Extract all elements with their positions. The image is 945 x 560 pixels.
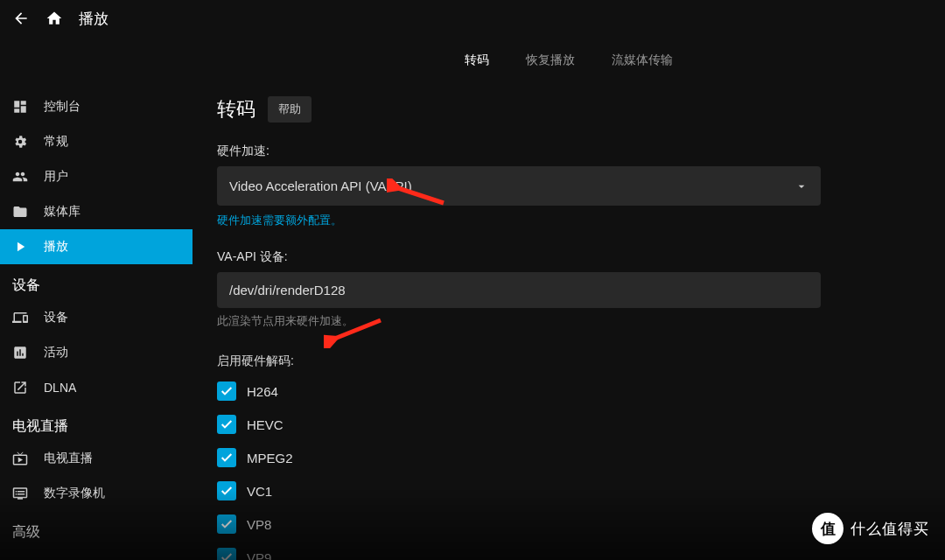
sidebar-item-dashboard[interactable]: 控制台 — [0, 89, 192, 124]
sidebar-item-general[interactable]: 常规 — [0, 124, 192, 159]
sidebar-item-dlna[interactable]: DLNA — [0, 370, 192, 405]
sidebar-item-label: 常规 — [44, 134, 68, 150]
sidebar-item-label: 设备 — [44, 310, 68, 326]
codec-label: H264 — [247, 384, 278, 399]
chart-icon — [12, 345, 28, 360]
codec-label: VP9 — [247, 550, 271, 561]
watermark-icon: 值 — [812, 513, 844, 544]
vaapi-input[interactable] — [217, 272, 821, 308]
codec-checkbox-h264[interactable]: H264 — [217, 382, 920, 401]
sidebar-group-advanced: 高级 — [0, 511, 192, 547]
watermark-text: 什么值得买 — [850, 519, 929, 539]
codec-label: VP8 — [247, 517, 271, 532]
dlna-icon — [12, 380, 28, 396]
watermark-badge: 值 什么值得买 — [812, 513, 929, 544]
sidebar-item-label: 数字录像机 — [44, 486, 105, 501]
codec-checkbox-hevc[interactable]: HEVC — [217, 415, 920, 434]
sidebar-item-label: DLNA — [44, 381, 76, 395]
sidebar: 控制台 常规 用户 媒体库 播放 设备 设备 活动 DLNA 电视直播 电视直播… — [0, 84, 192, 560]
sidebar-item-playback[interactable]: 播放 — [0, 229, 192, 264]
sidebar-item-label: 控制台 — [44, 99, 80, 115]
play-icon — [12, 239, 28, 255]
sidebar-item-label: 播放 — [44, 239, 68, 255]
section-title: 转码 — [217, 96, 256, 122]
tv-icon — [12, 451, 28, 466]
checkbox-icon — [217, 382, 236, 401]
sidebar-item-activity[interactable]: 活动 — [0, 335, 192, 370]
codec-label: HEVC — [247, 417, 284, 432]
sidebar-item-users[interactable]: 用户 — [0, 159, 192, 194]
hwaccel-select[interactable]: Video Acceleration API (VAAPI) — [217, 166, 821, 206]
hwaccel-value: Video Acceleration API (VAAPI) — [229, 178, 412, 193]
sidebar-group-livetv: 电视直播 — [0, 405, 192, 441]
checkbox-icon — [217, 448, 236, 467]
page-title: 播放 — [79, 9, 108, 29]
sidebar-item-devices[interactable]: 设备 — [0, 300, 192, 335]
hwaccel-label: 硬件加速: — [217, 144, 920, 159]
sidebar-item-dvr[interactable]: 数字录像机 — [0, 476, 192, 511]
checkbox-icon — [217, 481, 236, 500]
sidebar-item-label: 用户 — [44, 169, 68, 185]
codec-label: VC1 — [247, 484, 272, 499]
users-icon — [12, 169, 28, 185]
codec-checkbox-mpeg2[interactable]: MPEG2 — [217, 448, 920, 467]
decode-label: 启用硬件解码: — [217, 354, 920, 369]
codec-checkbox-vp9[interactable]: VP9 — [217, 548, 920, 560]
home-icon[interactable] — [46, 10, 63, 27]
sidebar-item-label: 电视直播 — [44, 451, 93, 466]
back-icon[interactable] — [12, 10, 30, 27]
tab-transcode[interactable]: 转码 — [465, 38, 489, 82]
hwaccel-hint[interactable]: 硬件加速需要额外配置。 — [217, 213, 920, 228]
sidebar-group-devices: 设备 — [0, 264, 192, 300]
checkbox-icon — [217, 415, 236, 434]
vaapi-sub: 此渲染节点用来硬件加速。 — [217, 313, 920, 329]
vaapi-label: VA-API 设备: — [217, 249, 920, 265]
sidebar-item-livetv[interactable]: 电视直播 — [0, 441, 192, 476]
checkbox-icon — [217, 548, 236, 560]
tab-streaming[interactable]: 流媒体传输 — [612, 38, 673, 82]
codec-label: MPEG2 — [247, 451, 293, 466]
dashboard-icon — [12, 99, 28, 115]
dvr-icon — [12, 486, 28, 501]
main-panel: 转码 帮助 硬件加速: Video Acceleration API (VAAP… — [192, 84, 945, 560]
sidebar-item-libraries[interactable]: 媒体库 — [0, 194, 192, 229]
help-button[interactable]: 帮助 — [268, 96, 312, 122]
chevron-down-icon — [794, 179, 808, 193]
tab-resume[interactable]: 恢复播放 — [526, 38, 575, 82]
folder-icon — [12, 204, 28, 220]
sidebar-item-label: 媒体库 — [44, 204, 80, 220]
codec-checkbox-vc1[interactable]: VC1 — [217, 481, 920, 500]
gear-icon — [12, 134, 28, 150]
tab-bar: 转码 恢复播放 流媒体传输 — [0, 37, 945, 84]
checkbox-icon — [217, 514, 236, 534]
devices-icon — [12, 310, 28, 326]
sidebar-item-label: 活动 — [44, 345, 68, 360]
